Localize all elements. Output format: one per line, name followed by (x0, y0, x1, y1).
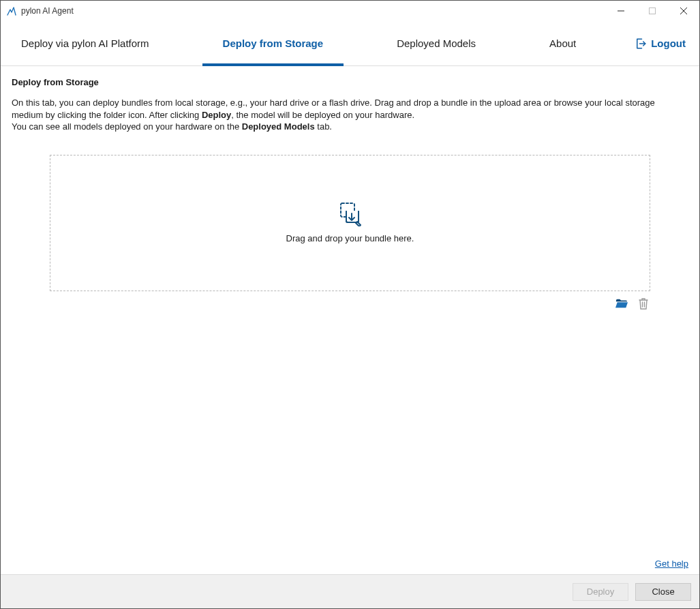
logout-icon (635, 38, 647, 50)
logout-label: Logout (651, 38, 686, 49)
section-heading: Deploy from Storage (12, 77, 688, 87)
close-button[interactable]: Close (635, 583, 691, 601)
delete-bundle-button (637, 297, 650, 310)
footer-bar: Deploy Close (1, 574, 699, 608)
tab-about[interactable]: About (529, 21, 596, 65)
logout-button[interactable]: Logout (635, 21, 688, 65)
tab-deploy-platform[interactable]: Deploy via pylon AI Platform (1, 21, 170, 65)
bundle-dropzone[interactable]: Drag and drop your bundle here. (50, 155, 650, 291)
minimize-button[interactable] (605, 1, 637, 21)
browse-folder-button[interactable] (615, 297, 628, 310)
tab-deploy-storage[interactable]: Deploy from Storage (202, 21, 344, 65)
dropzone-actions (12, 291, 688, 310)
window-title: pylon AI Agent (21, 6, 74, 16)
content-area: Deploy from Storage On this tab, you can… (1, 66, 699, 574)
desc-text-2: , the model will be deployed on your har… (231, 110, 414, 120)
section-description: On this tab, you can deploy bundles from… (12, 97, 688, 133)
get-help-link[interactable]: Get help (655, 559, 688, 569)
desc-text-3: You can see all models deployed on your … (12, 121, 242, 132)
app-icon (6, 5, 17, 16)
desc-text-4: tab. (315, 121, 332, 132)
window-controls (605, 1, 699, 21)
svg-rect-0 (650, 8, 656, 14)
deploy-button: Deploy (573, 583, 628, 601)
app-window: pylon AI Agent Deploy via pylon AI Platf… (0, 0, 700, 609)
desc-bold-deploy: Deploy (202, 110, 231, 120)
dropzone-container: Drag and drop your bundle here. (12, 133, 688, 291)
desc-bold-deployed-models: Deployed Models (242, 121, 315, 132)
maximize-button (637, 1, 668, 21)
titlebar: pylon AI Agent (1, 1, 699, 21)
dropzone-text: Drag and drop your bundle here. (286, 233, 414, 243)
tab-bar: Deploy via pylon AI Platform Deploy from… (1, 21, 699, 66)
drag-drop-icon (337, 202, 364, 226)
tab-deployed-models[interactable]: Deployed Models (376, 21, 496, 65)
close-window-button[interactable] (668, 1, 699, 21)
